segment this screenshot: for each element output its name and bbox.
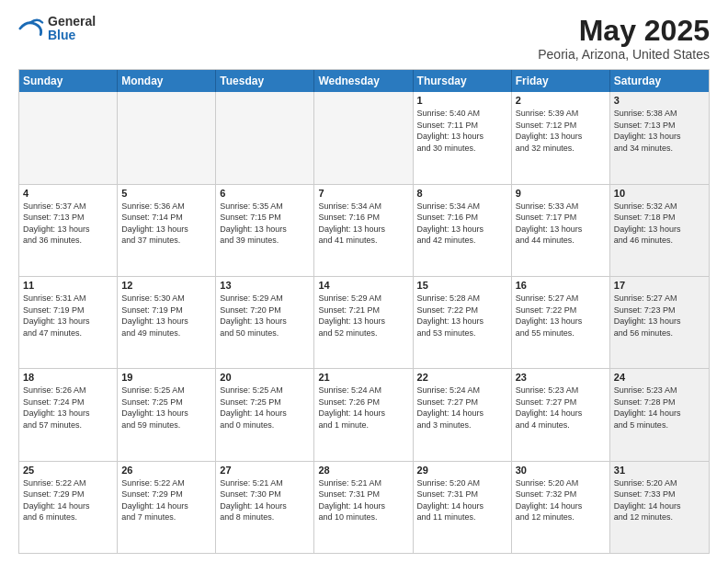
day-info: Sunrise: 5:29 AM Sunset: 7:21 PM Dayligh…	[318, 293, 408, 339]
cal-row-4: 25Sunrise: 5:22 AM Sunset: 7:29 PM Dayli…	[19, 461, 709, 553]
cal-cell-7: 7Sunrise: 5:34 AM Sunset: 7:16 PM Daylig…	[314, 185, 413, 276]
cal-cell-11: 11Sunrise: 5:31 AM Sunset: 7:19 PM Dayli…	[19, 277, 118, 368]
cal-cell-6: 6Sunrise: 5:35 AM Sunset: 7:15 PM Daylig…	[216, 185, 314, 276]
calendar-body: 1Sunrise: 5:40 AM Sunset: 7:11 PM Daylig…	[19, 92, 709, 553]
day-number: 21	[318, 372, 408, 383]
day-number: 19	[121, 372, 211, 383]
cal-cell-3: 3Sunrise: 5:38 AM Sunset: 7:13 PM Daylig…	[610, 92, 709, 183]
day-number: 23	[516, 372, 606, 383]
day-info: Sunrise: 5:23 AM Sunset: 7:27 PM Dayligh…	[516, 385, 606, 431]
day-info: Sunrise: 5:26 AM Sunset: 7:24 PM Dayligh…	[23, 385, 113, 431]
day-info: Sunrise: 5:34 AM Sunset: 7:16 PM Dayligh…	[318, 201, 408, 247]
title-block: May 2025 Peoria, Arizona, United States	[538, 15, 710, 62]
cal-cell-empty-0-3	[314, 92, 413, 183]
cal-cell-empty-0-0	[19, 92, 118, 183]
cal-cell-28: 28Sunrise: 5:21 AM Sunset: 7:31 PM Dayli…	[314, 462, 413, 553]
day-number: 13	[220, 280, 310, 291]
cal-cell-26: 26Sunrise: 5:22 AM Sunset: 7:29 PM Dayli…	[118, 462, 216, 553]
day-info: Sunrise: 5:38 AM Sunset: 7:13 PM Dayligh…	[614, 108, 705, 154]
day-number: 22	[417, 372, 507, 383]
day-number: 11	[23, 280, 113, 291]
day-info: Sunrise: 5:25 AM Sunset: 7:25 PM Dayligh…	[220, 385, 310, 431]
cal-row-0: 1Sunrise: 5:40 AM Sunset: 7:11 PM Daylig…	[19, 92, 709, 183]
cal-header-wednesday: Wednesday	[314, 70, 413, 92]
day-number: 16	[516, 280, 606, 291]
day-info: Sunrise: 5:20 AM Sunset: 7:32 PM Dayligh…	[516, 477, 606, 523]
day-number: 14	[318, 280, 408, 291]
day-info: Sunrise: 5:28 AM Sunset: 7:22 PM Dayligh…	[417, 293, 507, 339]
cal-cell-27: 27Sunrise: 5:21 AM Sunset: 7:30 PM Dayli…	[216, 462, 314, 553]
logo-icon	[18, 16, 44, 41]
cal-cell-8: 8Sunrise: 5:34 AM Sunset: 7:16 PM Daylig…	[414, 185, 512, 276]
cal-cell-empty-0-1	[118, 92, 216, 183]
day-number: 9	[516, 188, 606, 199]
cal-cell-22: 22Sunrise: 5:24 AM Sunset: 7:27 PM Dayli…	[414, 369, 512, 460]
day-number: 29	[417, 465, 507, 476]
day-info: Sunrise: 5:30 AM Sunset: 7:19 PM Dayligh…	[121, 293, 211, 339]
cal-header-friday: Friday	[512, 70, 610, 92]
day-info: Sunrise: 5:27 AM Sunset: 7:23 PM Dayligh…	[614, 293, 705, 339]
day-info: Sunrise: 5:23 AM Sunset: 7:28 PM Dayligh…	[614, 385, 705, 431]
day-number: 12	[121, 280, 211, 291]
day-info: Sunrise: 5:27 AM Sunset: 7:22 PM Dayligh…	[516, 293, 606, 339]
cal-row-3: 18Sunrise: 5:26 AM Sunset: 7:24 PM Dayli…	[19, 368, 709, 460]
day-info: Sunrise: 5:20 AM Sunset: 7:31 PM Dayligh…	[417, 477, 507, 523]
day-number: 27	[220, 465, 310, 476]
day-number: 7	[318, 188, 408, 199]
day-info: Sunrise: 5:34 AM Sunset: 7:16 PM Dayligh…	[417, 201, 507, 247]
calendar-header-row: SundayMondayTuesdayWednesdayThursdayFrid…	[19, 70, 709, 92]
cal-cell-9: 9Sunrise: 5:33 AM Sunset: 7:17 PM Daylig…	[512, 185, 610, 276]
day-number: 2	[516, 95, 606, 106]
day-info: Sunrise: 5:35 AM Sunset: 7:15 PM Dayligh…	[220, 201, 310, 247]
day-number: 6	[220, 188, 310, 199]
cal-cell-23: 23Sunrise: 5:23 AM Sunset: 7:27 PM Dayli…	[512, 369, 610, 460]
cal-header-thursday: Thursday	[414, 70, 512, 92]
day-number: 28	[318, 465, 408, 476]
cal-row-1: 4Sunrise: 5:37 AM Sunset: 7:13 PM Daylig…	[19, 184, 709, 276]
cal-header-monday: Monday	[118, 70, 216, 92]
cal-cell-12: 12Sunrise: 5:30 AM Sunset: 7:19 PM Dayli…	[118, 277, 216, 368]
cal-cell-31: 31Sunrise: 5:20 AM Sunset: 7:33 PM Dayli…	[610, 462, 709, 553]
day-number: 20	[220, 372, 310, 383]
cal-cell-14: 14Sunrise: 5:29 AM Sunset: 7:21 PM Dayli…	[314, 277, 413, 368]
day-info: Sunrise: 5:39 AM Sunset: 7:12 PM Dayligh…	[516, 108, 606, 154]
cal-cell-16: 16Sunrise: 5:27 AM Sunset: 7:22 PM Dayli…	[512, 277, 610, 368]
cal-cell-20: 20Sunrise: 5:25 AM Sunset: 7:25 PM Dayli…	[216, 369, 314, 460]
day-info: Sunrise: 5:21 AM Sunset: 7:31 PM Dayligh…	[318, 477, 408, 523]
day-number: 26	[121, 465, 211, 476]
day-number: 5	[121, 188, 211, 199]
day-info: Sunrise: 5:20 AM Sunset: 7:33 PM Dayligh…	[614, 477, 705, 523]
cal-cell-2: 2Sunrise: 5:39 AM Sunset: 7:12 PM Daylig…	[512, 92, 610, 183]
cal-cell-25: 25Sunrise: 5:22 AM Sunset: 7:29 PM Dayli…	[19, 462, 118, 553]
cal-cell-1: 1Sunrise: 5:40 AM Sunset: 7:11 PM Daylig…	[414, 92, 512, 183]
day-number: 8	[417, 188, 507, 199]
cal-header-sunday: Sunday	[19, 70, 118, 92]
cal-cell-21: 21Sunrise: 5:24 AM Sunset: 7:26 PM Dayli…	[314, 369, 413, 460]
cal-cell-24: 24Sunrise: 5:23 AM Sunset: 7:28 PM Dayli…	[610, 369, 709, 460]
cal-cell-15: 15Sunrise: 5:28 AM Sunset: 7:22 PM Dayli…	[414, 277, 512, 368]
cal-cell-10: 10Sunrise: 5:32 AM Sunset: 7:18 PM Dayli…	[610, 185, 709, 276]
day-info: Sunrise: 5:40 AM Sunset: 7:11 PM Dayligh…	[417, 108, 507, 154]
cal-cell-4: 4Sunrise: 5:37 AM Sunset: 7:13 PM Daylig…	[19, 185, 118, 276]
day-info: Sunrise: 5:22 AM Sunset: 7:29 PM Dayligh…	[23, 477, 113, 523]
day-info: Sunrise: 5:33 AM Sunset: 7:17 PM Dayligh…	[516, 201, 606, 247]
logo-general-label: General	[48, 15, 96, 29]
calendar: SundayMondayTuesdayWednesdayThursdayFrid…	[18, 69, 710, 554]
day-number: 4	[23, 188, 113, 199]
cal-cell-empty-0-2	[216, 92, 314, 183]
subtitle: Peoria, Arizona, United States	[538, 47, 710, 62]
day-info: Sunrise: 5:25 AM Sunset: 7:25 PM Dayligh…	[121, 385, 211, 431]
day-info: Sunrise: 5:24 AM Sunset: 7:26 PM Dayligh…	[318, 385, 408, 431]
day-number: 18	[23, 372, 113, 383]
day-number: 17	[614, 280, 705, 291]
day-number: 1	[417, 95, 507, 106]
day-info: Sunrise: 5:22 AM Sunset: 7:29 PM Dayligh…	[121, 477, 211, 523]
cal-cell-19: 19Sunrise: 5:25 AM Sunset: 7:25 PM Dayli…	[118, 369, 216, 460]
day-number: 3	[614, 95, 705, 106]
day-number: 25	[23, 465, 113, 476]
cal-header-tuesday: Tuesday	[216, 70, 314, 92]
cal-cell-29: 29Sunrise: 5:20 AM Sunset: 7:31 PM Dayli…	[414, 462, 512, 553]
day-number: 24	[614, 372, 705, 383]
day-number: 30	[516, 465, 606, 476]
day-info: Sunrise: 5:24 AM Sunset: 7:27 PM Dayligh…	[417, 385, 507, 431]
